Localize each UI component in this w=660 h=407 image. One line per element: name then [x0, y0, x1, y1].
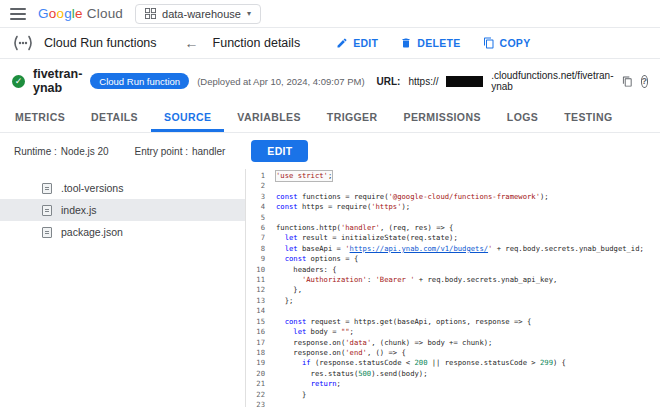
code-line-17: 17 response.on('data', (chunk) => body +…: [246, 338, 660, 348]
file-icon: [42, 227, 52, 238]
line-content: if (response.statusCode < 200 || respons…: [276, 358, 660, 368]
line-content: const https = require('https');: [276, 202, 660, 212]
line-content: [276, 213, 660, 223]
tab-source[interactable]: SOURCE: [151, 103, 224, 132]
pencil-icon: [336, 37, 348, 49]
line-content: [276, 306, 660, 316]
cloud-logo-text: Cloud: [87, 6, 123, 21]
google-cloud-logo: Google Cloud: [38, 6, 123, 21]
tab-testing[interactable]: TESTING: [551, 103, 625, 132]
tabs: METRICSDETAILSSOURCEVARIABLESTRIGGERPERM…: [0, 103, 660, 133]
url-redaction-bar: [446, 76, 483, 87]
code-editor[interactable]: 1'use strict';23const functions = requir…: [245, 169, 660, 407]
code-line-11: 11 'Authorization': 'Bearer ' + req.body…: [246, 275, 660, 285]
line-content: }: [276, 390, 660, 400]
delete-function-button[interactable]: DELETE: [400, 37, 460, 49]
source-viewer: .tool-versionsindex.jspackage.json 1'use…: [0, 169, 660, 407]
line-number: 21: [246, 379, 276, 389]
code-line-20: 20 res.status(500).send(body);: [246, 369, 660, 379]
deployed-timestamp: (Deployed at Apr 10, 2024, 4:09:07 PM): [197, 76, 364, 87]
url-label: URL:: [377, 76, 401, 87]
copy-function-button[interactable]: COPY: [483, 37, 531, 49]
line-number: 9: [246, 254, 276, 264]
code-line-8: 8 let baseApi = 'https://api.ynab.com/v1…: [246, 244, 660, 254]
file-item-.tool-versions[interactable]: .tool-versions: [0, 177, 245, 199]
tab-variables[interactable]: VARIABLES: [224, 103, 314, 132]
code-line-1: 1'use strict';: [246, 171, 660, 181]
url-suffix: .cloudfunctions.net/fivetran-ynab: [491, 70, 613, 92]
runtime-value: Node.js 20: [61, 146, 109, 157]
line-number: 7: [246, 233, 276, 243]
line-number: 18: [246, 348, 276, 358]
code-line-21: 21 return;: [246, 379, 660, 389]
tab-trigger[interactable]: TRIGGER: [314, 103, 391, 132]
project-selector[interactable]: data-warehouse ▾: [135, 4, 261, 24]
entry-point-value: handler: [192, 146, 225, 157]
code-line-7: 7 let result = initializeState(req.state…: [246, 233, 660, 243]
status-ok-icon: ✓: [12, 75, 25, 88]
line-content: const options = {: [276, 254, 660, 264]
help-icon[interactable]: ?: [641, 75, 649, 88]
line-content: const request = https.get(baseApi, optio…: [276, 317, 660, 327]
file-item-package.json[interactable]: package.json: [0, 221, 245, 243]
line-number: 2: [246, 181, 276, 191]
line-number: 20: [246, 369, 276, 379]
edit-function-button[interactable]: EDIT: [336, 37, 378, 49]
file-name: .tool-versions: [61, 182, 123, 194]
code-line-4: 4const https = require('https');: [246, 202, 660, 212]
file-name: index.js: [61, 204, 97, 216]
line-content: let result = initializeState(req.state);: [276, 233, 660, 243]
back-arrow-icon[interactable]: ←: [181, 35, 203, 51]
tab-details[interactable]: DETAILS: [78, 103, 151, 132]
page-title: Function details: [213, 36, 301, 50]
chevron-down-icon: ▾: [247, 9, 251, 18]
project-icon: [145, 8, 156, 19]
code-lines: 1'use strict';23const functions = requir…: [246, 171, 660, 407]
header-actions: EDIT DELETE COPY: [336, 37, 530, 49]
code-line-18: 18 response.on('end', () => {: [246, 348, 660, 358]
line-number: 13: [246, 296, 276, 306]
google-cloud-console: Google Cloud data-warehouse ▾ Cloud Run …: [0, 0, 660, 407]
cloud-run-functions-icon: [12, 35, 34, 51]
copy-url-icon[interactable]: [622, 76, 633, 87]
line-number: 8: [246, 244, 276, 254]
file-icon: [42, 183, 52, 194]
code-line-5: 5: [246, 213, 660, 223]
line-number: 16: [246, 327, 276, 337]
runtime-info: Runtime : Node.js 20: [14, 146, 109, 157]
line-content: 'Authorization': 'Bearer ' + req.body.se…: [276, 275, 660, 285]
function-header: ✓ fivetran-ynab Cloud Run function (Depl…: [0, 59, 660, 103]
line-number: 3: [246, 192, 276, 202]
top-app-bar: Google Cloud data-warehouse ▾: [0, 0, 660, 28]
code-line-6: 6functions.http('handler', (req, res) =>…: [246, 223, 660, 233]
menu-icon[interactable]: [10, 8, 26, 20]
tab-permissions[interactable]: PERMISSIONS: [390, 103, 493, 132]
file-item-index.js[interactable]: index.js: [0, 199, 245, 221]
line-content: response.on('end', () => {: [276, 348, 660, 358]
line-content: return;: [276, 379, 660, 389]
entry-point-label: Entry point :: [135, 146, 188, 157]
line-content: [276, 181, 660, 191]
trash-icon: [400, 37, 412, 49]
file-icon: [42, 205, 52, 216]
line-number: 17: [246, 338, 276, 348]
line-number: 19: [246, 358, 276, 368]
line-number: 6: [246, 223, 276, 233]
tab-logs[interactable]: LOGS: [494, 103, 551, 132]
line-content: };: [276, 296, 660, 306]
line-content: let baseApi = 'https://api.ynab.com/v1/b…: [276, 244, 660, 254]
code-line-16: 16 let body = "";: [246, 327, 660, 337]
code-line-9: 9 const options = {: [246, 254, 660, 264]
line-number: 14: [246, 306, 276, 316]
line-content: let body = "";: [276, 327, 660, 337]
file-name: package.json: [61, 226, 123, 238]
code-line-15: 15 const request = https.get(baseApi, op…: [246, 317, 660, 327]
line-content: 'use strict';: [276, 171, 332, 181]
code-line-13: 13 };: [246, 296, 660, 306]
tab-metrics[interactable]: METRICS: [2, 103, 78, 132]
line-content: response.on('data', (chunk) => body += c…: [276, 338, 660, 348]
copy-icon: [483, 37, 495, 49]
runtime-label: Runtime :: [14, 146, 57, 157]
product-header: Cloud Run functions ← Function details E…: [0, 28, 660, 59]
edit-source-button[interactable]: EDIT: [251, 140, 308, 162]
